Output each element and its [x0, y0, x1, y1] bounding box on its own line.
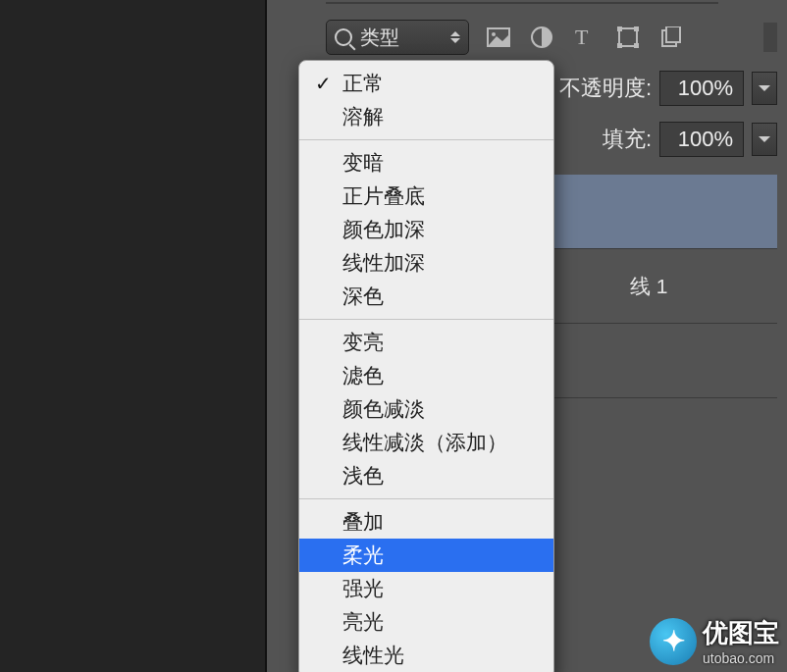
- blend-mode-item[interactable]: 颜色加深: [299, 213, 553, 246]
- layer-filter-row: 类型 T: [326, 18, 777, 57]
- blend-mode-item[interactable]: 正常: [299, 67, 553, 100]
- filter-shape-icon[interactable]: [614, 24, 642, 51]
- blend-mode-item[interactable]: 滤色: [299, 359, 553, 392]
- menu-separator: [299, 319, 553, 320]
- blend-mode-item[interactable]: 变暗: [299, 146, 553, 180]
- svg-text:T: T: [575, 26, 589, 48]
- opacity-value[interactable]: 100%: [659, 71, 744, 106]
- stepper-icon: [450, 31, 460, 43]
- filter-image-icon[interactable]: [485, 24, 512, 51]
- blend-mode-item[interactable]: 线性加深: [299, 246, 553, 280]
- filter-toggle[interactable]: [763, 23, 777, 52]
- tab-underline: [326, 2, 718, 4]
- blend-mode-item[interactable]: 浅色: [299, 459, 553, 492]
- blend-mode-item[interactable]: 叠加: [299, 505, 553, 539]
- opacity-row: 不透明度: 100%: [559, 71, 777, 106]
- layer-name: 线 1: [630, 273, 668, 300]
- opacity-dropdown[interactable]: [752, 72, 777, 105]
- menu-separator: [299, 498, 553, 499]
- fill-dropdown[interactable]: [752, 123, 777, 156]
- fill-value[interactable]: 100%: [659, 122, 744, 157]
- blend-mode-item[interactable]: 柔光: [299, 539, 553, 572]
- filter-type-label: 类型: [360, 25, 399, 51]
- opacity-label: 不透明度:: [559, 74, 652, 103]
- filter-type-select[interactable]: 类型: [326, 20, 469, 55]
- blend-mode-item[interactable]: 深色: [299, 280, 553, 313]
- twitter-bird-icon: ✦: [650, 618, 697, 665]
- blend-mode-item[interactable]: 线性光: [299, 639, 553, 672]
- filter-type-icon[interactable]: T: [571, 24, 599, 51]
- menu-separator: [299, 139, 553, 140]
- blend-mode-item[interactable]: 亮光: [299, 605, 553, 639]
- search-icon: [335, 28, 352, 46]
- blend-mode-item[interactable]: 强光: [299, 572, 553, 605]
- svg-rect-5: [617, 26, 622, 31]
- watermark: ✦ 优图宝 utobao.com: [650, 616, 779, 666]
- filter-adjustment-icon[interactable]: [528, 24, 555, 51]
- blend-mode-item[interactable]: 溶解: [299, 100, 553, 133]
- svg-rect-6: [634, 26, 639, 31]
- canvas-area: [0, 0, 265, 672]
- blend-mode-item[interactable]: 线性减淡（添加）: [299, 426, 553, 459]
- watermark-url: utobao.com: [703, 650, 779, 666]
- fill-row: 填充: 100%: [603, 122, 777, 157]
- filter-smartobject-icon[interactable]: [657, 24, 685, 51]
- watermark-brand: 优图宝: [703, 616, 779, 650]
- svg-rect-7: [617, 43, 622, 48]
- blend-mode-item[interactable]: 正片叠底: [299, 180, 553, 213]
- svg-point-1: [492, 32, 496, 36]
- blend-mode-item[interactable]: 变亮: [299, 326, 553, 359]
- svg-rect-8: [634, 43, 639, 48]
- fill-label: 填充:: [603, 125, 652, 154]
- blend-mode-menu[interactable]: 正常溶解变暗正片叠底颜色加深线性加深深色变亮滤色颜色减淡线性减淡（添加）浅色叠加…: [298, 60, 554, 672]
- blend-mode-item[interactable]: 颜色减淡: [299, 392, 553, 426]
- svg-rect-10: [666, 26, 680, 42]
